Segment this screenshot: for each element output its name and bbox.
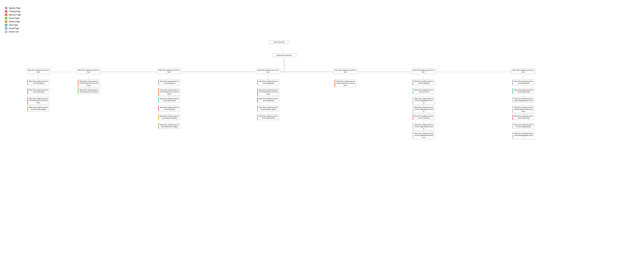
legend-item: Social Page <box>5 27 21 30</box>
child-y2019-0: https://tnris.org/texas-gis-forum/2019/a… <box>27 79 49 85</box>
legend-item: Agenda Page <box>5 7 21 9</box>
child-y2022-0: https://tnris.org/texas-gis-forum/2022/s… <box>78 79 100 87</box>
child-y2016-5: https://tnris.org/texas-gis-forum/2016/l… <box>158 123 180 129</box>
child-y2018-4: https://tnris.org/texas-gis-forum/2018/j… <box>257 114 279 120</box>
child-y2018-0: https://tnris.org/texas-gis-forum/2018/a… <box>257 79 279 85</box>
legend: Agenda PageTraining PageSponsor PageVenu… <box>5 5 21 34</box>
legend-item: Sponsor Page <box>5 14 21 16</box>
child-y2015-3: https://tnris.org/texas-gis-forum/2015/a… <box>512 106 534 113</box>
child-y2017-2: https://tnris.org/texas-gis-forum/2017/a… <box>413 97 434 104</box>
child-y2015-2: https://tnris.org/texas-gis-forum/2015/a… <box>512 97 534 102</box>
child-y2015-0: https://tnris.org/texas-gis-forum/2015/a… <box>512 79 534 85</box>
year-y2017: https://tnris.org/texas-gis-forum/2017 <box>411 68 436 74</box>
svg-line-0 <box>279 46 284 54</box>
year-y2019: https://tnris.org/texas-gis-forum/2019 <box>26 68 50 74</box>
child-y2016-2: https://tnris.org/texas-gis-forum/2016/j… <box>158 97 180 102</box>
child-y2017-0: https://tnris.org/texas-gis-forum/2017/a… <box>413 79 434 85</box>
legend-item: Anchor Link <box>5 31 21 33</box>
child-y2017-4: https://tnris.org/texas-gis-forum/2017/t… <box>413 114 434 120</box>
child-y2014-0: https://tnris.org/texas-gis-forum/2014/s… <box>334 79 356 87</box>
year-y2016: https://tnris.org/texas-gis-forum/2016 <box>157 68 181 74</box>
child-y2015-4: https://tnris.org/texas-gis-forum/2015/t… <box>512 114 534 120</box>
legend-item: Training Page <box>5 10 21 13</box>
year-y2014: https://tnris.org/texas-gis-forum/2014 <box>333 68 358 74</box>
child-y2016-3: https://tnris.org/texas-gis-forum/2016/t… <box>158 106 180 111</box>
child-y2015-6: https://tnris.org/texas-gis-forum/2015/a… <box>512 132 534 139</box>
child-y2016-4: https://tnris.org/texas-gis-forum/2016/p… <box>158 114 180 120</box>
child-y2015-5: https://tnris.org/texas-gis-forum/2015/a… <box>512 123 534 129</box>
legend-items: Agenda PageTraining PageSponsor PageVenu… <box>5 7 21 33</box>
year-y2015: https://tnris.org/texas-gis-forum/2015 <box>511 68 535 74</box>
child-y2017-5: https://tnris.org/texas-gis-forum/2017/a… <box>413 123 434 131</box>
child-y2018-3: https://tnris.org/texas-gis-forum/2018/p… <box>257 106 279 111</box>
child-y2018-1: https://tnris.org/texas-gis-forum/2018/s… <box>257 88 279 96</box>
legend-item: Jobs Page <box>5 24 21 26</box>
child-y2017-3: https://tnris.org/texas-gis-forum/2017/a… <box>413 106 434 113</box>
child-y2022-1: https://tnris.org/texas-gis-forum/2022/v… <box>78 88 100 94</box>
child-y2017-6: https://tnris.org/texas-gis-forum/2017/a… <box>413 132 434 139</box>
child-y2017-1: https://tnris.org/texas-gis-forum/2017/s… <box>413 88 434 94</box>
year-y2022: https://tnris.org/texas-gis-forum/2022 <box>76 68 100 74</box>
child-y2019-1: https://tnris.org/texas-gis-forum/2019/t… <box>27 88 49 94</box>
child-y2016-0: https://tnris.org/texas-gis-forum/2016/a… <box>158 79 180 85</box>
child-y2019-2: https://tnris.org/texas-gis-forum/2019/s… <box>27 97 49 104</box>
legend-item: Gallery Page <box>5 20 21 23</box>
tree-connectors <box>0 32 644 258</box>
root-node: https://tnris.org/ <box>268 40 290 44</box>
legend-item: Venue Page <box>5 17 21 20</box>
events-node: https://tnris.org/events <box>272 54 296 57</box>
year-y2018: https://tnris.org/texas-gis-forum/2018 <box>256 68 280 74</box>
child-y2015-1: https://tnris.org/texas-gis-forum/2015/j… <box>512 88 534 94</box>
child-y2016-1: https://tnris.org/texas-gis-forum/2016/s… <box>158 88 180 96</box>
child-y2018-2: https://tnris.org/texas-gis-forum/2018/t… <box>257 97 279 102</box>
child-y2019-3: https://tnris.org/texas-gis-forum/2019/p… <box>27 106 49 111</box>
